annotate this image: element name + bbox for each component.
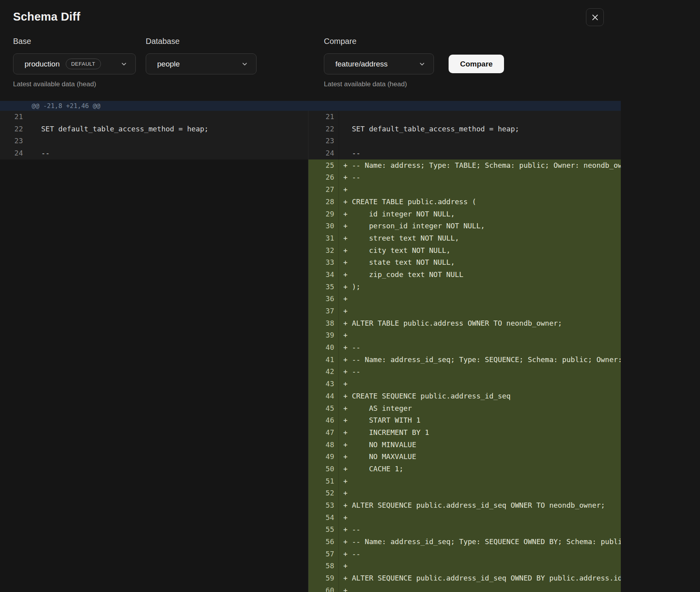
diff-panel-compare: 2122 SET default_table_access_method = h… bbox=[308, 111, 621, 592]
compare-row: feature/address Compare bbox=[324, 53, 504, 74]
line-number: 24 bbox=[308, 147, 339, 159]
left-diff-row: 22SET default_table_access_method = heap… bbox=[0, 123, 308, 135]
line-number: 31 bbox=[308, 232, 339, 245]
code-line: + bbox=[339, 560, 621, 572]
code-line: + NO MAXVALUE bbox=[339, 451, 621, 463]
line-number: 49 bbox=[308, 451, 339, 463]
database-value: people bbox=[157, 60, 180, 68]
right-diff-row: 35+ ); bbox=[308, 281, 621, 293]
code-line: + zip_code text NOT NULL bbox=[339, 269, 621, 281]
line-number: 58 bbox=[308, 560, 339, 572]
left-diff-row: 23 bbox=[0, 135, 308, 147]
right-diff-row: 54+ bbox=[308, 512, 621, 524]
code-line: + -- bbox=[339, 171, 621, 184]
right-diff-row: 39+ bbox=[308, 329, 621, 342]
line-number: 40 bbox=[308, 342, 339, 354]
line-number: 37 bbox=[308, 305, 339, 317]
right-diff-row: 58+ bbox=[308, 560, 621, 572]
code-line: + -- bbox=[339, 366, 621, 378]
line-number: 22 bbox=[0, 123, 27, 135]
line-number: 35 bbox=[308, 281, 339, 293]
line-number: 23 bbox=[0, 135, 27, 147]
right-diff-row: 38+ ALTER TABLE public.address OWNER TO … bbox=[308, 317, 621, 330]
right-diff-row: 42+ -- bbox=[308, 366, 621, 378]
right-diff-row: 29+ id integer NOT NULL, bbox=[308, 208, 621, 220]
line-number: 28 bbox=[308, 196, 339, 208]
code-line: + bbox=[339, 378, 621, 390]
line-number: 21 bbox=[308, 111, 339, 123]
right-diff-row: 60+ bbox=[308, 584, 621, 592]
code-line: SET default_table_access_method = heap; bbox=[339, 123, 621, 135]
right-diff-row: 51+ bbox=[308, 475, 621, 488]
code-line: + -- Name: address_id_seq; Type: SEQUENC… bbox=[339, 536, 621, 548]
right-diff-row: 44+ CREATE SEQUENCE public.address_id_se… bbox=[308, 390, 621, 402]
right-diff-row: 49+ NO MAXVALUE bbox=[308, 451, 621, 463]
line-number: 32 bbox=[308, 245, 339, 257]
base-branch-select[interactable]: production DEFAULT bbox=[13, 53, 136, 74]
line-number: 53 bbox=[308, 499, 339, 512]
code-line: + bbox=[339, 475, 621, 488]
right-diff-row: 45+ AS integer bbox=[308, 402, 621, 415]
line-number: 30 bbox=[308, 220, 339, 232]
line-number: 57 bbox=[308, 548, 339, 560]
database-select[interactable]: people bbox=[146, 53, 257, 74]
diff-scroll-area[interactable]: 2122SET default_table_access_method = he… bbox=[0, 111, 621, 592]
line-number: 56 bbox=[308, 536, 339, 548]
right-diff-row: 43+ bbox=[308, 378, 621, 390]
line-number: 48 bbox=[308, 439, 339, 451]
compare-button[interactable]: Compare bbox=[449, 55, 504, 73]
line-number: 42 bbox=[308, 366, 339, 378]
line-number: 26 bbox=[308, 171, 339, 184]
base-label: Base bbox=[13, 37, 136, 46]
close-button[interactable] bbox=[586, 8, 604, 26]
right-diff-row: 28+ CREATE TABLE public.address ( bbox=[308, 196, 621, 208]
code-line: + CACHE 1; bbox=[339, 463, 621, 475]
base-caption: Latest available data (head) bbox=[13, 80, 136, 88]
right-diff-row: 22 SET default_table_access_method = hea… bbox=[308, 123, 621, 135]
line-number: 50 bbox=[308, 463, 339, 475]
line-number: 34 bbox=[308, 269, 339, 281]
right-diff-row: 47+ INCREMENT BY 1 bbox=[308, 427, 621, 439]
line-number: 43 bbox=[308, 378, 339, 390]
code-line: + bbox=[339, 305, 621, 317]
line-number: 59 bbox=[308, 572, 339, 584]
left-empty-filler bbox=[0, 159, 308, 592]
right-diff-row: 40+ -- bbox=[308, 342, 621, 354]
code-line: + bbox=[339, 487, 621, 499]
right-diff-row: 37+ bbox=[308, 305, 621, 317]
code-line: + ALTER SEQUENCE public.address_id_seq O… bbox=[339, 572, 621, 584]
right-diff-row: 23 bbox=[308, 135, 621, 147]
schema-diff-modal: Schema Diff Base production DEFAULT Late… bbox=[0, 0, 621, 592]
database-group: Database people bbox=[146, 37, 257, 74]
code-line: + START WITH 1 bbox=[339, 414, 621, 427]
code-line: + -- bbox=[339, 548, 621, 560]
right-diff-row: 52+ bbox=[308, 487, 621, 499]
line-number: 36 bbox=[308, 293, 339, 305]
base-branch-value: production bbox=[25, 60, 60, 68]
left-diff-row: 24-- bbox=[0, 147, 308, 159]
line-number: 41 bbox=[308, 354, 339, 366]
code-line: + street text NOT NULL, bbox=[339, 232, 621, 245]
code-line: + bbox=[339, 512, 621, 524]
code-line: + ALTER TABLE public.address OWNER TO ne… bbox=[339, 317, 621, 330]
right-diff-row: 56+ -- Name: address_id_seq; Type: SEQUE… bbox=[308, 536, 621, 548]
right-diff-row: 33+ state text NOT NULL, bbox=[308, 256, 621, 269]
line-number: 38 bbox=[308, 317, 339, 330]
right-diff-row: 34+ zip_code text NOT NULL bbox=[308, 269, 621, 281]
code-line: SET default_table_access_method = heap; bbox=[27, 123, 308, 135]
close-icon bbox=[591, 13, 599, 21]
compare-branch-select[interactable]: feature/address bbox=[324, 53, 434, 74]
base-group: Base production DEFAULT Latest available… bbox=[13, 37, 136, 88]
code-line bbox=[27, 135, 308, 147]
controls-row: Base production DEFAULT Latest available… bbox=[13, 37, 621, 88]
right-diff-row: 32+ city text NOT NULL, bbox=[308, 245, 621, 257]
line-number: 22 bbox=[308, 123, 339, 135]
line-number: 25 bbox=[308, 159, 339, 172]
code-line: + -- Name: address_id_seq; Type: SEQUENC… bbox=[339, 354, 621, 366]
line-number: 39 bbox=[308, 329, 339, 342]
line-number: 55 bbox=[308, 524, 339, 536]
schema-diff-view: @@ -21,8 +21,46 @@ 2122SET default_table… bbox=[0, 101, 621, 592]
default-badge: DEFAULT bbox=[66, 59, 101, 69]
right-diff-row: 30+ person_id integer NOT NULL, bbox=[308, 220, 621, 232]
compare-group: Compare feature/address Compare Latest a… bbox=[324, 37, 504, 88]
